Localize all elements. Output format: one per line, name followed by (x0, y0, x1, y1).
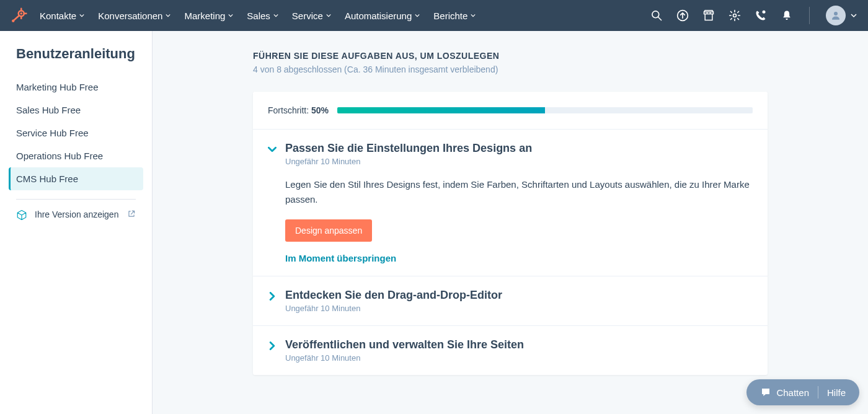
avatar (826, 6, 846, 25)
chevron-down-icon (471, 13, 476, 18)
nav-item-kontakte[interactable]: Kontakte (40, 11, 84, 21)
help-widget[interactable]: Chatten Hilfe (746, 379, 859, 405)
sprocket-icon (11, 7, 27, 24)
sidebar-item-sales-hub[interactable]: Sales Hub Free (9, 99, 143, 121)
task-duration: Ungefähr 10 Minuten (285, 353, 524, 363)
nav-item-marketing[interactable]: Marketing (184, 11, 233, 21)
task-duration: Ungefähr 10 Minuten (285, 157, 532, 166)
page-subheading: 4 von 8 abgeschlossen (Ca. 36 Minuten in… (253, 64, 768, 74)
chevron-down-icon (851, 12, 857, 19)
nav-item-automatisierung[interactable]: Automatisierung (345, 11, 420, 21)
task-drag-drop-editor: Entdecken Sie den Drag-and-Drop-Editor U… (253, 276, 768, 325)
progress-row: Fortschritt: 50% (253, 92, 768, 129)
task-description: Legen Sie den Stil Ihres Designs fest, i… (285, 177, 753, 207)
chevron-down-icon (273, 13, 278, 18)
nav-item-service[interactable]: Service (292, 11, 331, 21)
progress-fill (337, 107, 545, 113)
notifications-icon[interactable] (781, 9, 793, 22)
svg-point-14 (834, 12, 838, 15)
task-title: Veröffentlichen und verwalten Sie Ihre S… (285, 338, 524, 351)
task-title: Entdecken Sie den Drag-and-Drop-Editor (285, 289, 502, 302)
chevron-down-icon (228, 13, 233, 18)
chat-button[interactable]: Chatten (751, 384, 818, 400)
chevron-right-icon (268, 341, 277, 350)
nav-item-konversationen[interactable]: Konversationen (98, 11, 170, 21)
svg-line-8 (658, 17, 662, 20)
task-title: Passen Sie die Einstellungen Ihres Desig… (285, 142, 532, 155)
task-customize-design: Passen Sie die Einstellungen Ihres Desig… (253, 129, 768, 276)
task-toggle[interactable]: Passen Sie die Einstellungen Ihres Desig… (268, 142, 753, 166)
search-icon[interactable] (650, 9, 663, 22)
external-link-icon (127, 209, 136, 218)
chevron-down-icon (326, 13, 331, 18)
skip-link[interactable]: Im Moment überspringen (285, 253, 753, 263)
sidebar-version-link[interactable]: Ihre Version anzeigen (9, 208, 143, 221)
top-navigation: Kontakte Konversationen Marketing Sales … (0, 0, 868, 31)
nav-right (650, 6, 857, 25)
task-toggle[interactable]: Veröffentlichen und verwalten Sie Ihre S… (268, 338, 753, 363)
chat-icon (760, 387, 771, 398)
sidebar-item-operations-hub[interactable]: Operations Hub Free (9, 144, 143, 167)
sidebar: Benutzeranleitung Marketing Hub Free Sal… (0, 31, 153, 414)
chevron-right-icon (268, 292, 277, 301)
progress-bar (337, 107, 753, 113)
chevron-down-icon (79, 13, 84, 18)
nav-item-sales[interactable]: Sales (247, 11, 278, 21)
help-button[interactable]: Hilfe (818, 385, 854, 400)
svg-point-13 (763, 11, 766, 14)
task-card: Fortschritt: 50% Passen Sie die Einstell… (253, 92, 768, 375)
task-body: Legen Sie den Stil Ihres Designs fest, i… (268, 166, 753, 263)
marketplace-icon[interactable] (702, 9, 715, 22)
sidebar-item-marketing-hub[interactable]: Marketing Hub Free (9, 76, 143, 99)
chevron-down-icon (166, 13, 170, 18)
sidebar-title: Benutzeranleitung (16, 46, 143, 62)
hubspot-logo[interactable] (11, 7, 27, 24)
progress-label: Fortschritt: 50% (268, 105, 329, 115)
svg-point-6 (12, 20, 14, 22)
sidebar-item-service-hub[interactable]: Service Hub Free (9, 121, 143, 144)
settings-icon[interactable] (728, 9, 741, 22)
nav-item-berichte[interactable]: Berichte (433, 11, 476, 21)
main-content: FÜHREN SIE DIESE AUFGABEN AUS, UM LOSZUL… (153, 31, 868, 414)
cube-icon (16, 209, 27, 221)
page-heading: FÜHREN SIE DIESE AUFGABEN AUS, UM LOSZUL… (253, 51, 768, 61)
design-anpassen-button[interactable]: Design anpassen (285, 219, 372, 242)
calling-icon[interactable] (755, 9, 767, 22)
task-duration: Ungefähr 10 Minuten (285, 304, 502, 313)
svg-point-12 (733, 14, 737, 17)
nav-items: Kontakte Konversationen Marketing Sales … (40, 11, 476, 21)
upgrade-icon[interactable] (676, 9, 689, 22)
account-menu[interactable] (826, 6, 857, 25)
nav-divider (809, 7, 810, 24)
chevron-down-icon (415, 13, 420, 18)
task-toggle[interactable]: Entdecken Sie den Drag-and-Drop-Editor U… (268, 289, 753, 313)
sidebar-separator (16, 199, 136, 200)
task-publish-pages: Veröffentlichen und verwalten Sie Ihre S… (253, 325, 768, 375)
chevron-down-icon (268, 145, 277, 154)
sidebar-item-cms-hub[interactable]: CMS Hub Free (9, 167, 143, 190)
sidebar-version-text: Ihre Version anzeigen (35, 208, 120, 221)
svg-point-1 (20, 12, 22, 14)
